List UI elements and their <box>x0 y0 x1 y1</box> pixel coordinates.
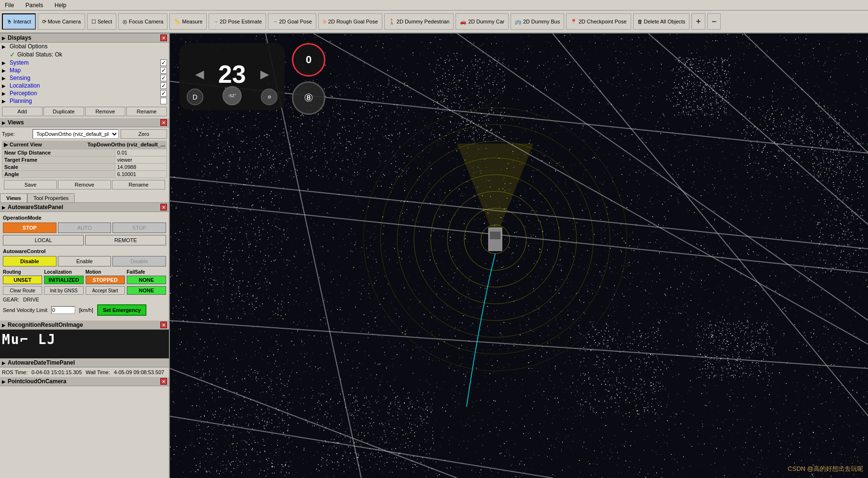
viewport: ◀ 23 ▶ km/h D -52° ⚙ 0 ⑧ C <box>170 33 868 478</box>
stop-btn[interactable]: STOP <box>3 222 56 233</box>
displays-item-global-status[interactable]: ✓ Global Status: Ok <box>0 50 169 59</box>
views-rename-button[interactable]: Rename <box>112 180 165 189</box>
stop-op-btn[interactable]: STOP <box>112 222 166 233</box>
menu-panels[interactable]: Panels <box>22 1 46 10</box>
speed-decrease-button[interactable]: ◀ <box>195 67 204 81</box>
views-type-select[interactable]: TopDownOrtho (rviz_default_plugins) <box>33 129 119 139</box>
displays-item-system[interactable]: ▶ System ✓ <box>0 59 169 67</box>
tab-views[interactable]: Views <box>0 193 27 202</box>
velocity-unit: [km/h] <box>79 307 93 313</box>
set-emergency-button[interactable]: Set Emergency <box>97 304 146 316</box>
pc-collapse-icon[interactable]: ▶ <box>2 379 6 384</box>
displays-item-perception[interactable]: ▶ Perception ✓ <box>0 89 169 97</box>
dummy-car-button[interactable]: 🚗 2D Dummy Car <box>456 13 509 30</box>
dummy-car-icon: 🚗 <box>460 19 467 25</box>
velocity-input[interactable] <box>51 306 75 314</box>
recognition-header: ▶ RecognitionResultOnImage ✕ <box>0 321 169 330</box>
views-action-buttons: Save Remove Rename <box>2 178 167 191</box>
displays-item-planning[interactable]: ▶ Planning <box>0 97 169 105</box>
current-view-header: ▶ Current View TopDownOrtho (rviz_defaul… <box>2 141 167 149</box>
clear-route-button[interactable]: Clear Route <box>3 286 42 295</box>
recognition-close-button[interactable]: ✕ <box>160 322 167 328</box>
displays-item-global-options[interactable]: ▶ Global Options <box>0 43 169 50</box>
local-remote-buttons: LOCAL REMOTE <box>3 235 166 245</box>
measure-button[interactable]: 📏 Measure <box>169 13 207 30</box>
side-controls: 0 ⑧ <box>292 43 325 115</box>
displays-collapse-icon[interactable]: ▶ <box>2 35 6 41</box>
displays-tree: ▶ Global Options ✓ Global Status: Ok ▶ S… <box>0 43 169 105</box>
move-camera-button[interactable]: ⟳ Move Camera <box>38 13 85 30</box>
displays-title: Displays <box>8 34 31 41</box>
remove-display-button[interactable]: Remove <box>85 107 126 116</box>
map-checkbox[interactable]: ✓ <box>160 67 167 74</box>
sensing-checkbox[interactable]: ✓ <box>160 75 167 81</box>
select-button[interactable]: ☐ Select <box>87 13 117 30</box>
speed-value: 23 <box>218 60 246 89</box>
speed-increase-button[interactable]: ▶ <box>260 67 269 81</box>
auto-speed-button[interactable]: -52° <box>223 86 242 105</box>
send-velocity-label: Send Velocity Limit <box>3 307 47 313</box>
displays-item-localization[interactable]: ▶ Localization ✓ <box>0 82 169 89</box>
planning-checkbox[interactable] <box>160 98 167 104</box>
local-btn[interactable]: LOCAL <box>3 235 84 245</box>
displays-header: ▶ Displays ✕ <box>0 33 169 43</box>
accept-start-button[interactable]: Accept Start <box>86 286 125 295</box>
enable-btn[interactable]: Enable <box>58 256 111 267</box>
goal-pose-button[interactable]: → 2D Goal Pose <box>268 13 316 30</box>
perception-checkbox[interactable]: ✓ <box>160 90 167 97</box>
routing-col: Routing UNSET Clear Route <box>3 269 42 295</box>
dummy-bus-icon: 🚌 <box>515 19 522 25</box>
menu-file[interactable]: File <box>2 1 17 10</box>
add-display-button[interactable]: Add <box>2 107 43 116</box>
focus-camera-button[interactable]: ◎ Focus Camera <box>118 13 167 30</box>
views-collapse-icon[interactable]: ▶ <box>2 120 6 125</box>
speedometer: ◀ 23 ▶ km/h D -52° ⚙ <box>179 43 285 110</box>
displays-item-sensing[interactable]: ▶ Sensing ✓ <box>0 74 169 82</box>
rough-goal-button[interactable]: ⊕ 2D Rough Goal Pose <box>318 13 382 30</box>
autoware-state-content: OperationMode STOP AUTO STOP LOCAL REMOT… <box>0 212 169 321</box>
near-clip-value: 0.01 <box>115 149 167 156</box>
autoware-state-close-button[interactable]: ✕ <box>160 204 167 211</box>
displays-item-map[interactable]: ▶ Map ✓ <box>0 67 169 74</box>
displays-close-button[interactable]: ✕ <box>160 34 167 41</box>
operation-mode-label: OperationMode <box>3 215 166 221</box>
pose-estimate-button[interactable]: → 2D Pose Estimate <box>209 13 266 30</box>
aw-collapse-icon[interactable]: ▶ <box>2 205 6 210</box>
add-button[interactable]: + <box>691 13 705 30</box>
rec-collapse-icon[interactable]: ▶ <box>2 322 6 328</box>
near-clip-label: Near Clip Distance <box>2 149 115 156</box>
auto-btn[interactable]: AUTO <box>58 222 111 233</box>
checkpoint-button[interactable]: 📍 2D Checkpoint Pose <box>566 13 631 30</box>
goal-pose-label: 2D Goal Pose <box>279 19 312 24</box>
delete-all-button[interactable]: 🗑 Delete All Objects <box>633 13 690 30</box>
dummy-bus-button[interactable]: 🚌 2D Dummy Bus <box>511 13 564 30</box>
views-close-button[interactable]: ✕ <box>160 119 167 126</box>
duplicate-display-button[interactable]: Duplicate <box>44 107 84 116</box>
interact-button[interactable]: 🖱 Interact <box>2 13 36 30</box>
disable-active-btn[interactable]: Disable <box>3 256 56 267</box>
mode-button[interactable]: ⑧ <box>292 81 325 115</box>
rename-display-button[interactable]: Rename <box>126 107 167 116</box>
localization-col: Localization INITIALIZED Init by GNSS <box>44 269 83 295</box>
drive-label: DRIVE <box>23 297 39 302</box>
views-remove-button[interactable]: Remove <box>58 180 111 189</box>
views-zero-button[interactable]: Zero <box>121 129 167 139</box>
d-button[interactable]: D <box>187 89 203 105</box>
minus-button[interactable]: − <box>707 13 721 30</box>
tab-tool-properties[interactable]: Tool Properties <box>27 193 75 202</box>
localization-checkbox[interactable]: ✓ <box>160 82 167 89</box>
views-save-button[interactable]: Save <box>4 180 57 189</box>
expand-current-icon[interactable]: ▶ <box>4 142 8 148</box>
dt-collapse-icon[interactable]: ▶ <box>2 360 6 366</box>
routing-badge: UNSET <box>3 276 42 284</box>
pointcloud-close-button[interactable]: ✕ <box>160 378 167 385</box>
disable-btn[interactable]: Disable <box>112 256 166 267</box>
menu-help[interactable]: Help <box>52 1 69 10</box>
gear-mode-button[interactable]: ⚙ <box>261 89 278 105</box>
motion-label: Motion <box>86 269 125 275</box>
system-checkbox[interactable]: ✓ <box>160 59 167 66</box>
ros-time-label: ROS Time: <box>2 369 28 375</box>
init-gnss-button[interactable]: Init by GNSS <box>44 286 83 295</box>
remote-btn[interactable]: REMOTE <box>85 235 166 245</box>
dummy-pedestrian-button[interactable]: 🚶 2D Dummy Pedestrian <box>384 13 454 30</box>
